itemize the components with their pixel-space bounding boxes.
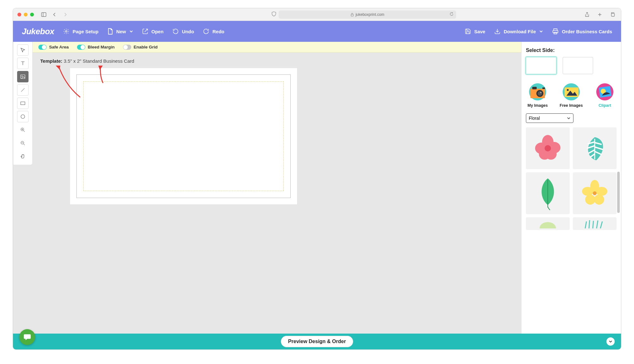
page-setup-button[interactable]: Page Setup: [63, 28, 99, 35]
preview-order-button[interactable]: Preview Design & Order: [281, 336, 353, 347]
undo-icon: [172, 28, 179, 35]
tab-my-images[interactable]: My Images: [527, 82, 548, 108]
app-body: Safe Area Bleed Margin Enable Grid Templ…: [13, 42, 621, 349]
right-panel: Select Side:: [521, 42, 621, 349]
window-close-dot[interactable]: [17, 13, 21, 16]
address-bar[interactable]: jukeboxprint.com: [279, 10, 456, 19]
new-button[interactable]: New: [107, 28, 133, 35]
canvas-paper[interactable]: [70, 68, 297, 204]
redo-icon: [203, 28, 209, 35]
toggle-enable-grid[interactable]: [123, 45, 131, 50]
svg-line-54: [593, 221, 593, 228]
svg-rect-27: [532, 87, 537, 89]
download-icon: [494, 28, 501, 35]
svg-point-17: [21, 115, 25, 118]
clipart-item-leaf[interactable]: [526, 172, 570, 214]
template-name: 3.5" x 2" Standard Business Card: [64, 58, 134, 64]
tab-clipart[interactable]: Clipart: [594, 82, 615, 108]
svg-point-35: [567, 89, 569, 91]
lock-icon: [351, 13, 354, 16]
window-max-dot[interactable]: [30, 13, 34, 16]
window-min-dot[interactable]: [24, 13, 28, 16]
clipart-item-hibiscus[interactable]: [526, 127, 570, 169]
toggle-bleed-margin[interactable]: [77, 45, 85, 50]
svg-rect-0: [42, 12, 46, 16]
save-button[interactable]: Save: [465, 28, 485, 35]
app-header: Jukebox Page Setup New Open Undo Redo Sa…: [13, 21, 621, 42]
right-panel-scrollbar[interactable]: [617, 172, 620, 213]
browser-actions: [583, 10, 617, 19]
tool-line[interactable]: [17, 84, 29, 96]
open-icon: [142, 28, 148, 35]
svg-rect-16: [21, 102, 25, 105]
svg-point-6: [66, 31, 67, 32]
tab-my-images-label: My Images: [527, 103, 548, 108]
preview-order-label: Preview Design & Order: [288, 339, 346, 344]
sidebar-toggle-icon[interactable]: [40, 10, 48, 19]
tool-pan[interactable]: [17, 151, 29, 162]
svg-point-48: [585, 195, 595, 205]
redo-label: Redo: [212, 29, 224, 34]
svg-rect-31: [542, 87, 545, 89]
clipart-item-plumeria[interactable]: [573, 172, 617, 214]
nav-forward-icon[interactable]: [61, 10, 69, 19]
undo-button[interactable]: Undo: [172, 28, 194, 35]
page-setup-label: Page Setup: [73, 29, 99, 34]
toggle-safe-area[interactable]: [38, 45, 47, 50]
svg-point-29: [538, 91, 542, 96]
tool-select[interactable]: [17, 44, 29, 56]
open-button[interactable]: Open: [142, 28, 164, 35]
printer-icon: [552, 28, 559, 35]
canvas-stage[interactable]: [33, 66, 521, 349]
bottom-bar: Preview Design & Order: [13, 334, 621, 349]
svg-point-14: [22, 76, 23, 76]
svg-rect-13: [21, 75, 25, 79]
svg-line-56: [600, 221, 602, 228]
side-thumbnails: [526, 57, 617, 74]
clipart-item-monstera[interactable]: [573, 127, 617, 169]
svg-line-7: [145, 29, 147, 32]
template-row: Template: 3.5" x 2" Standard Business Ca…: [33, 53, 521, 66]
side-thumb-front[interactable]: [526, 57, 556, 74]
svg-point-50: [593, 191, 597, 195]
app-logo[interactable]: Jukebox: [22, 27, 54, 36]
refresh-icon[interactable]: [450, 12, 454, 17]
privacy-shield-icon[interactable]: [272, 11, 276, 18]
tab-free-images[interactable]: Free Images: [560, 82, 583, 108]
tool-text[interactable]: [17, 58, 29, 69]
nav-back-icon[interactable]: [50, 10, 59, 19]
svg-point-46: [596, 187, 607, 196]
clipart-item-partial-1[interactable]: [526, 217, 570, 230]
tool-rectangle[interactable]: [17, 98, 29, 109]
svg-point-47: [594, 195, 604, 205]
toggle-safe-area-wrap: Safe Area: [38, 45, 69, 50]
chat-fab[interactable]: [19, 329, 35, 345]
tool-zoom-in[interactable]: [17, 124, 29, 136]
new-tab-icon[interactable]: [596, 10, 604, 19]
tabs-icon[interactable]: [608, 10, 617, 19]
order-label: Order Business Cards: [562, 29, 612, 34]
svg-point-51: [540, 222, 556, 228]
tool-image[interactable]: [17, 71, 29, 82]
order-button[interactable]: Order Business Cards: [552, 28, 612, 35]
clipart-item-partial-2[interactable]: [573, 217, 617, 230]
tool-ellipse[interactable]: [17, 111, 29, 122]
tab-clipart-label: Clipart: [598, 103, 611, 108]
chevron-down-icon: [567, 116, 571, 120]
options-bar: Safe Area Bleed Margin Enable Grid: [33, 42, 521, 53]
safe-area-label: Safe Area: [49, 45, 69, 49]
expand-button[interactable]: [606, 337, 615, 346]
gear-icon: [63, 28, 69, 35]
side-thumb-back[interactable]: [563, 57, 593, 74]
download-file-button[interactable]: Download File: [494, 28, 543, 35]
browser-window: jukeboxprint.com Jukebox Page Setup: [13, 8, 621, 350]
tool-zoom-out[interactable]: [17, 137, 29, 149]
svg-rect-10: [554, 32, 557, 34]
share-icon[interactable]: [583, 10, 591, 19]
svg-point-49: [582, 187, 593, 196]
tab-free-images-label: Free Images: [560, 103, 583, 108]
download-label: Download File: [504, 29, 536, 34]
category-select[interactable]: Floral: [526, 113, 573, 123]
redo-button[interactable]: Redo: [203, 28, 224, 35]
svg-point-30: [540, 92, 541, 93]
